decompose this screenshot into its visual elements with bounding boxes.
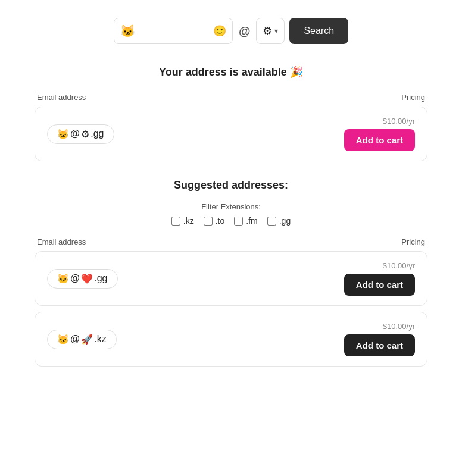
suggested-result-card-2: 🐱 @ 🚀 .kz $10.00/yr Add to cart <box>35 312 427 367</box>
filter-gg-checkbox[interactable] <box>267 217 276 226</box>
available-price-cart: $10.00/yr Add to cart <box>344 117 415 151</box>
available-price: $10.00/yr <box>383 117 415 126</box>
available-section: Your address is available 🎉 Email addres… <box>35 65 427 161</box>
filter-fm-label: .fm <box>246 216 257 226</box>
suggested1-at: @ <box>70 273 80 284</box>
available-result-card: 🐱 @ ⚙ .gg $10.00/yr Add to cart <box>35 107 427 161</box>
available-title: Your address is available 🎉 <box>35 65 427 79</box>
suggested-table-header: Email address Pricing <box>35 237 427 246</box>
available-at: @ <box>70 129 80 139</box>
suggested1-price: $10.00/yr <box>383 261 415 270</box>
chevron-down-icon: ▾ <box>274 27 278 35</box>
email-address-header: Email address <box>37 93 86 102</box>
suggested2-price: $10.00/yr <box>383 322 415 331</box>
suggested2-price-cart: $10.00/yr Add to cart <box>344 322 415 356</box>
smile-emoji-icon[interactable]: 🙂 <box>213 24 226 37</box>
suggested1-emoji2: ❤️ <box>81 273 93 284</box>
available-emoji2: ⚙ <box>81 129 89 140</box>
suggested1-add-to-cart-button[interactable]: Add to cart <box>344 274 415 296</box>
filter-to[interactable]: .to <box>204 216 225 226</box>
gear-icon: ⚙ <box>263 24 272 37</box>
available-table-header: Email address Pricing <box>35 93 427 102</box>
suggested-address-pill-2: 🐱 @ 🚀 .kz <box>47 330 117 349</box>
search-input[interactable] <box>138 26 213 36</box>
search-button[interactable]: Search <box>289 18 348 44</box>
suggested1-emoji1: 🐱 <box>57 273 69 284</box>
filter-to-label: .to <box>216 216 225 226</box>
suggested2-add-to-cart-button[interactable]: Add to cart <box>344 334 415 356</box>
filter-section: Filter Extensions: .kz .to .fm .gg <box>35 202 427 226</box>
suggested2-ext: .kz <box>94 334 106 345</box>
filter-kz-checkbox[interactable] <box>171 217 180 226</box>
suggested-email-header: Email address <box>37 237 86 246</box>
available-address-pill: 🐱 @ ⚙ .gg <box>47 124 114 144</box>
suggested2-emoji2: 🚀 <box>81 334 93 345</box>
filter-kz-label: .kz <box>183 216 194 226</box>
search-input-wrapper: 🐱 🙂 <box>114 18 233 44</box>
filter-checkboxes: .kz .to .fm .gg <box>35 216 427 226</box>
suggested1-price-cart: $10.00/yr Add to cart <box>344 261 415 296</box>
filter-fm[interactable]: .fm <box>234 216 257 226</box>
suggested-result-card-1: 🐱 @ ❤️ .gg $10.00/yr Add to cart <box>35 251 427 306</box>
filter-gg-label: .gg <box>279 216 291 226</box>
suggested-pricing-header: Pricing <box>401 237 425 246</box>
available-add-to-cart-button[interactable]: Add to cart <box>344 129 415 151</box>
filter-gg[interactable]: .gg <box>267 216 291 226</box>
suggested2-emoji1: 🐱 <box>57 334 69 345</box>
filter-kz[interactable]: .kz <box>171 216 194 226</box>
filter-to-checkbox[interactable] <box>204 217 213 226</box>
filter-label: Filter Extensions: <box>35 202 427 211</box>
at-symbol: @ <box>238 24 252 38</box>
suggested-section: Suggested addresses: Filter Extensions: … <box>35 179 427 367</box>
suggested-address-pill-1: 🐱 @ ❤️ .gg <box>47 269 118 289</box>
filter-fm-checkbox[interactable] <box>234 217 243 226</box>
input-emoji-icon: 🐱 <box>120 24 135 38</box>
domain-selector[interactable]: ⚙ ▾ <box>256 18 285 44</box>
available-ext: .gg <box>90 129 104 139</box>
pricing-header: Pricing <box>401 93 425 102</box>
search-bar: 🐱 🙂 @ ⚙ ▾ Search <box>35 18 427 44</box>
suggested-title: Suggested addresses: <box>35 179 427 192</box>
suggested1-ext: .gg <box>94 273 107 284</box>
available-emoji1: 🐱 <box>57 129 69 140</box>
suggested2-at: @ <box>70 334 80 345</box>
